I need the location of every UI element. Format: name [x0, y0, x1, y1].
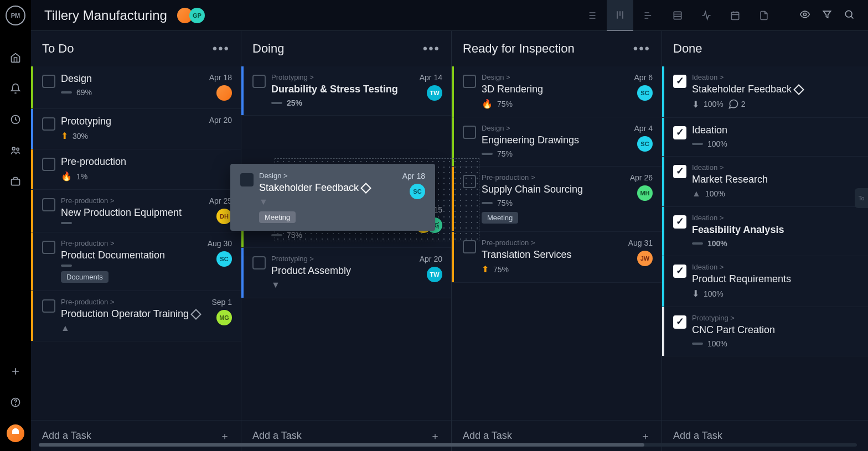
side-peek-tab[interactable]: To [855, 188, 868, 208]
avatar [216, 85, 232, 101]
progress-icon [61, 265, 72, 267]
plus-icon[interactable] [7, 362, 24, 380]
milestone-icon [360, 183, 371, 194]
task-card[interactable]: Ideation 100% [662, 118, 868, 157]
task-checkbox[interactable] [42, 299, 55, 313]
task-checkbox[interactable] [673, 165, 686, 178]
task-title: Prototyping [61, 116, 204, 127]
column-menu-icon[interactable]: ••• [423, 41, 440, 56]
gantt-view-icon[interactable] [636, 0, 662, 31]
task-card[interactable]: Prototyping ⬆30% Apr 20 [31, 109, 241, 149]
task-checkbox[interactable] [463, 240, 476, 253]
search-icon[interactable] [844, 9, 855, 22]
caret-down-icon: ▼ [271, 280, 280, 290]
task-checkbox[interactable] [42, 198, 55, 211]
progress-icon [61, 91, 72, 94]
task-card[interactable]: Design > Engineering Drawings 75% Apr 4S… [452, 117, 662, 167]
task-checkbox[interactable] [673, 126, 686, 139]
task-card[interactable]: Design 69% Apr 18 [31, 66, 241, 109]
caret-up-icon: ▲ [61, 323, 70, 333]
task-card[interactable]: Pre-production > New Production Equipmen… [31, 190, 241, 232]
filter-icon[interactable] [822, 9, 833, 22]
task-card[interactable]: Ideation > Stakeholder Feedback ⬇100% 2 [662, 66, 868, 118]
task-title: Pre-production [61, 156, 232, 168]
column-menu-icon[interactable]: ••• [213, 41, 230, 56]
user-avatar[interactable] [7, 424, 24, 442]
avatar: SC [410, 184, 425, 199]
task-checkbox[interactable] [252, 256, 266, 269]
file-view-icon[interactable] [751, 0, 777, 31]
task-card[interactable]: Ideation > Market Research ▲100% [662, 157, 868, 207]
task-card[interactable]: Pre-production > Product Documentation D… [31, 232, 241, 291]
svg-point-1 [12, 147, 15, 150]
svg-rect-3 [12, 179, 20, 185]
plus-icon: ＋ [220, 429, 230, 443]
avatar: DH [216, 209, 232, 224]
milestone-icon [793, 84, 804, 95]
task-card[interactable]: Ideation > Product Requirements ⬇100% [662, 256, 868, 307]
topbar: Tillery Manufacturing GP [31, 0, 868, 31]
svg-point-2 [17, 148, 19, 150]
column-todo: To Do ••• Design 69% Apr 18 [31, 31, 241, 451]
list-view-icon[interactable] [578, 0, 604, 31]
board-view-icon[interactable] [607, 0, 633, 31]
clock-icon[interactable] [7, 111, 24, 128]
column-ready: Ready for Inspection ••• Design > 3D Ren… [452, 31, 662, 451]
flame-icon: 🔥 [482, 99, 493, 109]
dragging-card[interactable]: Design > Stakeholder Feedback ▼ Meeting … [230, 164, 435, 231]
priority-icon: ⬆ [482, 264, 489, 274]
project-members[interactable]: GP [177, 8, 205, 23]
bell-icon[interactable] [7, 80, 24, 97]
task-card[interactable]: Prototyping > CNC Part Creation 100% [662, 307, 868, 356]
task-checkbox[interactable] [463, 75, 476, 88]
briefcase-icon[interactable] [7, 173, 24, 190]
horizontal-scrollbar[interactable] [39, 443, 857, 447]
team-icon[interactable] [7, 142, 24, 159]
svg-point-8 [804, 13, 807, 15]
task-card[interactable]: Pre-production > Translation Services ⬆7… [452, 232, 662, 283]
plus-icon: ＋ [640, 429, 650, 443]
column-title: Done [673, 42, 702, 56]
home-icon[interactable] [7, 49, 24, 66]
calendar-view-icon[interactable] [722, 0, 748, 31]
avatar: SC [637, 85, 653, 101]
svg-point-5 [16, 405, 16, 405]
task-card[interactable]: Pre-production > Supply Chain Sourcing 7… [452, 167, 662, 232]
column-menu-icon[interactable]: ••• [633, 41, 650, 56]
task-card[interactable]: Ideation > Feasibility Analysis 100% [662, 207, 868, 256]
project-title: Tillery Manufacturing [44, 8, 167, 23]
view-switcher [578, 0, 777, 31]
column-done: Done Ideation > Stakeholder Feedback ⬇10… [662, 31, 868, 451]
task-checkbox[interactable] [673, 215, 686, 229]
task-checkbox[interactable] [42, 117, 55, 131]
task-checkbox[interactable] [463, 126, 476, 139]
task-tag: Meeting [259, 211, 296, 223]
progress-icon [61, 222, 72, 224]
help-icon[interactable] [7, 393, 24, 411]
task-checkbox[interactable] [673, 265, 686, 278]
activity-view-icon[interactable] [693, 0, 720, 31]
avatar: SC [216, 251, 232, 267]
avatar: MG [216, 310, 232, 325]
task-checkbox[interactable] [252, 75, 266, 88]
milestone-icon [190, 309, 202, 320]
task-card[interactable]: Design > 3D Rendering 🔥75% Apr 6SC [452, 66, 662, 117]
task-checkbox[interactable] [42, 241, 55, 254]
flame-icon: 🔥 [61, 171, 72, 182]
task-card[interactable]: Prototyping > Durability & Stress Testin… [241, 66, 451, 116]
eye-icon[interactable] [799, 9, 810, 22]
column-title: Doing [252, 42, 284, 56]
task-checkbox[interactable] [673, 315, 686, 329]
task-checkbox[interactable] [42, 158, 55, 171]
svg-rect-7 [731, 12, 738, 19]
task-checkbox[interactable] [673, 75, 686, 88]
task-card[interactable]: Pre-production > Production Operator Tra… [31, 291, 241, 341]
task-card[interactable]: Pre-production 🔥1% [31, 149, 241, 190]
task-card[interactable]: Prototyping > Product Assembly ▼ Apr 20T… [241, 248, 451, 298]
task-checkbox[interactable] [240, 173, 254, 186]
task-checkbox[interactable] [42, 75, 55, 88]
plus-icon: ＋ [430, 429, 440, 443]
avatar: JW [637, 251, 653, 266]
sheet-view-icon[interactable] [664, 0, 691, 31]
app-logo[interactable]: PM [6, 6, 25, 25]
